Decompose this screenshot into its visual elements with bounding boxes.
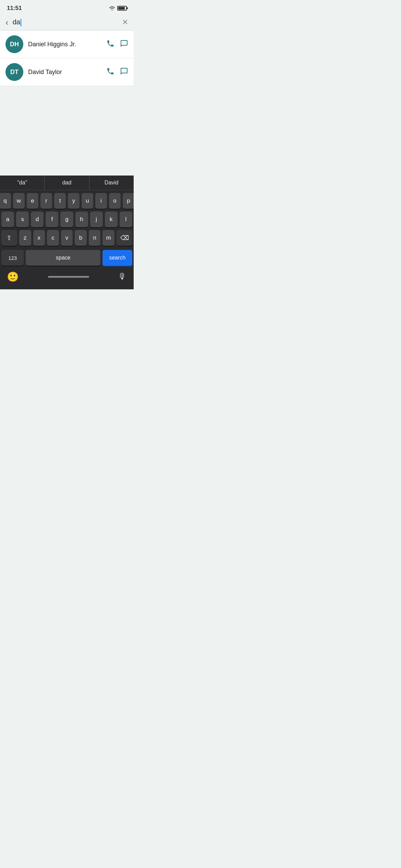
contact-actions-david: [106, 67, 128, 77]
key-a[interactable]: a: [1, 212, 14, 227]
key-j[interactable]: j: [90, 212, 103, 227]
search-bar: ‹ da ✕: [0, 14, 134, 31]
key-x[interactable]: x: [33, 230, 45, 246]
key-p[interactable]: p: [123, 193, 134, 209]
bottom-key-row: 123 space search: [0, 250, 134, 268]
avatar-dt: DT: [5, 63, 23, 81]
key-d[interactable]: d: [31, 212, 44, 227]
key-r[interactable]: r: [40, 193, 52, 209]
search-input-wrapper[interactable]: da: [13, 18, 118, 27]
suggestion-da[interactable]: "da": [0, 176, 45, 190]
key-i[interactable]: i: [95, 193, 107, 209]
key-f[interactable]: f: [46, 212, 58, 227]
key-row-1: q w e r t y u i o p: [1, 193, 132, 209]
contact-item-david[interactable]: DT David Taylor: [0, 58, 134, 86]
space-key[interactable]: space: [26, 250, 100, 266]
message-icon-david[interactable]: [120, 67, 128, 77]
key-g[interactable]: g: [60, 212, 73, 227]
key-row-3: ⇧ z x c v b n m ⌫: [1, 230, 132, 246]
key-t[interactable]: t: [54, 193, 66, 209]
key-v[interactable]: v: [61, 230, 73, 246]
key-q[interactable]: q: [0, 193, 11, 209]
home-bar: [48, 276, 89, 278]
search-key[interactable]: search: [102, 250, 132, 266]
contact-item-daniel[interactable]: DH Daniel Higgins Jr.: [0, 31, 134, 58]
key-y[interactable]: y: [68, 193, 80, 209]
battery-icon: [117, 6, 127, 11]
suggestion-david[interactable]: David: [89, 176, 134, 190]
key-s[interactable]: s: [16, 212, 29, 227]
key-h[interactable]: h: [75, 212, 88, 227]
contact-actions-daniel: [106, 39, 128, 49]
clear-button[interactable]: ✕: [122, 18, 128, 27]
key-b[interactable]: b: [75, 230, 87, 246]
key-row-2: a s d f g h j k l: [1, 212, 132, 227]
key-z[interactable]: z: [19, 230, 31, 246]
wifi-icon: [109, 6, 115, 11]
contact-name-daniel: Daniel Higgins Jr.: [28, 41, 101, 48]
contacts-list: DH Daniel Higgins Jr. DT David Taylor: [0, 31, 134, 86]
key-o[interactable]: o: [109, 193, 121, 209]
microphone-button[interactable]: 🎙: [118, 272, 127, 282]
key-w[interactable]: w: [13, 193, 25, 209]
numbers-key[interactable]: 123: [1, 250, 24, 266]
key-l[interactable]: l: [120, 212, 132, 227]
call-icon-david[interactable]: [106, 67, 114, 77]
key-m[interactable]: m: [102, 230, 114, 246]
shift-key[interactable]: ⇧: [1, 230, 17, 246]
back-button[interactable]: ‹: [5, 18, 9, 27]
text-cursor: [21, 19, 21, 26]
suggestion-dad[interactable]: dad: [45, 176, 89, 190]
status-time: 11:51: [7, 5, 22, 12]
delete-key[interactable]: ⌫: [117, 230, 132, 246]
avatar-dh: DH: [5, 35, 23, 53]
status-icons: [109, 6, 127, 11]
key-c[interactable]: c: [47, 230, 59, 246]
status-bar: 11:51: [0, 0, 134, 14]
message-icon-daniel[interactable]: [120, 39, 128, 49]
call-icon-daniel[interactable]: [106, 39, 114, 49]
contact-name-david: David Taylor: [28, 69, 101, 76]
keyboard-bottom: 🙂 🎙: [0, 268, 134, 289]
key-e[interactable]: e: [27, 193, 38, 209]
key-k[interactable]: k: [105, 212, 118, 227]
key-u[interactable]: u: [82, 193, 93, 209]
key-rows: q w e r t y u i o p a s d f g h j k l ⇧ …: [0, 190, 134, 250]
suggestions-bar: "da" dad David: [0, 176, 134, 190]
emoji-button[interactable]: 🙂: [7, 271, 19, 282]
search-query-text: da: [13, 18, 20, 26]
keyboard: "da" dad David q w e r t y u i o p a s d…: [0, 176, 134, 289]
key-n[interactable]: n: [89, 230, 101, 246]
